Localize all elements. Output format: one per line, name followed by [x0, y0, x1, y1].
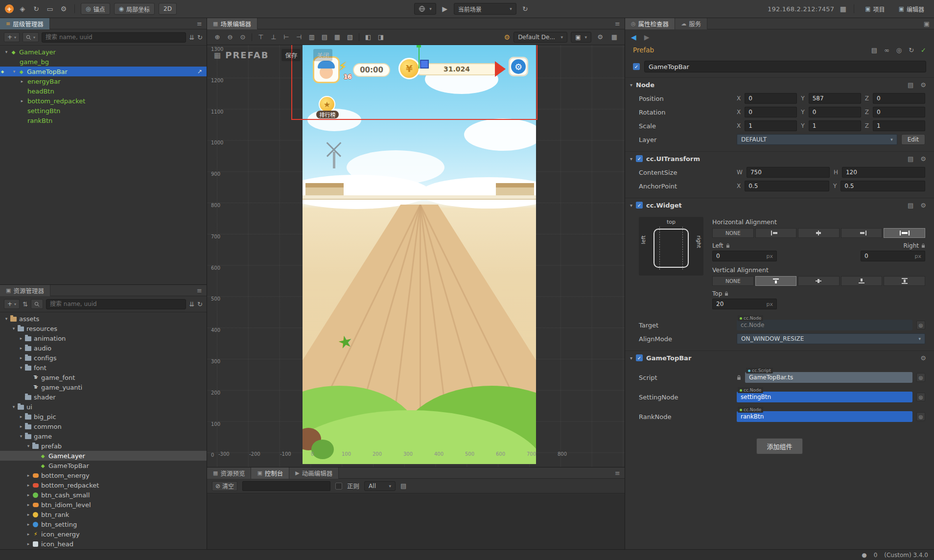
widget-enabled-checkbox[interactable]: ✓ [636, 202, 643, 209]
assets-menu-icon[interactable]: ≡ [192, 287, 207, 294]
expand-arrow-icon[interactable]: ▸ [18, 355, 24, 360]
asset-item-configs[interactable]: ▸configs [0, 353, 207, 363]
hierarchy-menu-icon[interactable]: ≡ [192, 20, 207, 27]
rotate-tool-icon[interactable]: ↻ [31, 5, 41, 13]
tab-asset-preview[interactable]: ▦资源预览 [207, 467, 251, 479]
hierarchy-item-energyBar[interactable]: ▸energyBar [0, 76, 207, 86]
refresh-assets-icon[interactable]: ↻ [197, 301, 203, 308]
uitransform-enabled-checkbox[interactable]: ✓ [636, 155, 643, 162]
forward-icon[interactable]: ▶ [644, 33, 650, 41]
position-z-input[interactable] [873, 93, 925, 104]
ranknode-field[interactable]: cc.Node rankBtn [737, 411, 912, 422]
asset-item-icon_energy[interactable]: ▸⚡icon_energy [0, 529, 207, 539]
align-top-icon[interactable]: ⊤ [256, 33, 266, 41]
asset-item-GameTopBar[interactable]: ◆GameTopBar [0, 461, 207, 470]
left-offset-input[interactable] [713, 253, 767, 259]
alignmode-select[interactable]: ON_WINDOW_RESIZE ▾ [737, 333, 925, 344]
scale-x-input[interactable] [745, 120, 797, 131]
align-center-h-icon[interactable]: ▥ [306, 33, 317, 41]
expand-arrow-icon[interactable]: ▸ [18, 424, 24, 429]
position-y-input[interactable] [809, 93, 861, 104]
prefab-save-button[interactable]: 保存 [281, 49, 301, 61]
rotation-x-input[interactable] [745, 107, 797, 117]
qr-code-icon[interactable]: ▦ [838, 5, 848, 13]
refresh-scene-icon[interactable]: ↻ [520, 5, 530, 13]
hierarchy-item-game_bg[interactable]: game_bg [0, 57, 207, 67]
asset-search-type-button[interactable] [31, 299, 43, 309]
expand-arrow-icon[interactable]: ▸ [19, 98, 25, 103]
contentsize-w-input[interactable] [747, 167, 830, 178]
rotation-y-input[interactable] [809, 107, 861, 117]
script-picker-icon[interactable]: ◎ [916, 373, 925, 382]
mode-2d-button[interactable]: 2D [159, 3, 177, 15]
globe-dropdown[interactable]: ▾ [414, 3, 436, 15]
view-mode-dropdown[interactable]: ▣ ▾ [571, 32, 591, 43]
asset-item-bottom_redpacket[interactable]: ▸bottom_redpacket [0, 480, 207, 490]
align-bottom-icon[interactable]: ⊥ [268, 33, 279, 41]
asset-item-btn_setting[interactable]: ▸btn_setting [0, 519, 207, 529]
hierarchy-item-headBtn[interactable]: headBtn [0, 86, 207, 96]
asset-item-game[interactable]: ▾game [0, 431, 207, 441]
collapse-all-icon[interactable]: ⇊ [189, 301, 194, 308]
distribute-v-icon[interactable]: ▧ [345, 33, 355, 41]
current-scene-select[interactable]: 当前场景 ▾ [454, 3, 516, 15]
asset-item-ui[interactable]: ▾ui [0, 402, 207, 412]
gametopbar-enabled-checkbox[interactable]: ✓ [636, 354, 643, 361]
settingnode-picker-icon[interactable]: ◎ [916, 393, 925, 401]
h-align-none-button[interactable]: NONE [712, 228, 754, 238]
v-align-bottom-button[interactable] [841, 276, 883, 286]
stretch-v-icon[interactable]: ◨ [375, 33, 386, 41]
scene-settings-gear-icon[interactable]: ⚙ [595, 33, 606, 41]
script-field[interactable]: cc.Script GameTopBar.ts [745, 372, 912, 383]
camera-select[interactable]: Default De... ▾ [514, 32, 567, 43]
edit-prefab-icon[interactable]: ▤ [871, 47, 877, 54]
open-project-button[interactable]: ▣ 项目 [860, 3, 889, 15]
collapse-arrow-icon[interactable]: ▾ [630, 82, 632, 88]
expand-arrow-icon[interactable]: ▸ [25, 473, 32, 478]
tab-hierarchy[interactable]: ≡ 层级管理器 [0, 18, 50, 29]
widget-doc-icon[interactable]: ▤ [908, 202, 913, 209]
expand-arrow-icon[interactable]: ▸ [25, 512, 32, 517]
layer-select[interactable]: DEFAULT ▾ [737, 134, 897, 145]
asset-item-common[interactable]: ▸common [0, 421, 207, 431]
regex-checkbox[interactable] [335, 483, 342, 490]
align-center-v-icon[interactable]: ▤ [319, 33, 330, 41]
collapse-arrow-icon[interactable]: ▾ [10, 404, 17, 409]
anchor-y-input[interactable] [841, 181, 925, 191]
v-align-center-button[interactable] [798, 276, 840, 286]
collapse-arrow-icon[interactable]: ▾ [25, 443, 32, 448]
create-node-button[interactable]: + ▾ [4, 32, 20, 42]
collapse-arrow-icon[interactable]: ▾ [18, 365, 24, 370]
tab-inspector[interactable]: ◎ 属性检查器 [625, 18, 675, 29]
distribute-h-icon[interactable]: ▦ [332, 33, 343, 41]
gizmo-gear-icon[interactable]: ⚙ [504, 33, 511, 41]
zoom-in-icon[interactable]: ⊕ [212, 33, 223, 41]
tab-assets[interactable]: ▣ 资源管理器 [0, 285, 50, 296]
zoom-out-icon[interactable]: ⊖ [225, 33, 235, 41]
expand-arrow-icon[interactable]: ▸ [25, 502, 32, 507]
asset-item-game_font[interactable]: Trgame_font [0, 373, 207, 382]
search-type-button[interactable]: ▾ [23, 32, 39, 42]
node-name-input[interactable] [644, 61, 926, 72]
hierarchy-item-GameTopBar[interactable]: ◆▾◆GameTopBar↗ [0, 67, 207, 76]
anchor-x-input[interactable] [745, 181, 829, 191]
target-picker-icon[interactable]: ◎ [916, 321, 925, 329]
asset-item-assets[interactable]: ▾assets [0, 314, 207, 324]
play-button[interactable]: ▶ [440, 5, 450, 13]
expand-arrow-icon[interactable]: ▸ [25, 541, 32, 546]
asset-item-audio[interactable]: ▸audio [0, 343, 207, 353]
scale-z-input[interactable] [873, 120, 925, 131]
back-icon[interactable]: ◀ [631, 33, 636, 41]
sort-assets-icon[interactable]: ⇅ [23, 301, 28, 308]
collapse-arrow-icon[interactable]: ▾ [630, 156, 632, 162]
asset-item-GameLayer[interactable]: ◆GameLayer [0, 451, 207, 461]
rotation-z-input[interactable] [873, 107, 925, 117]
notification-icon[interactable]: ● [862, 552, 866, 559]
expand-arrow-icon[interactable]: ▸ [18, 414, 24, 419]
settingnode-field[interactable]: cc.Node settingBtn [737, 392, 912, 402]
console-filter-input[interactable] [242, 481, 330, 491]
console-log-area[interactable] [207, 493, 625, 549]
refresh-hierarchy-icon[interactable]: ↻ [197, 34, 203, 41]
align-left-icon[interactable]: ⊢ [281, 33, 292, 41]
move-tool-icon[interactable]: ◈ [18, 5, 27, 13]
